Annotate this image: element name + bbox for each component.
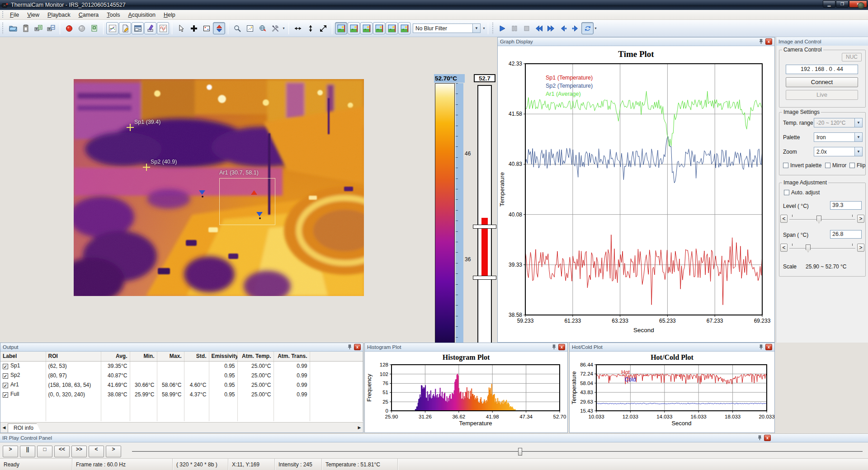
- playback-step-back-button[interactable]: <: [89, 446, 104, 457]
- paste-button[interactable]: [19, 22, 32, 34]
- export-excel-button[interactable]: [88, 22, 100, 34]
- add-area-button[interactable]: [200, 22, 212, 34]
- view-thumb-1-button[interactable]: [335, 22, 347, 34]
- span-increase-button[interactable]: >: [857, 244, 864, 252]
- measure-pen-button[interactable]: [144, 22, 156, 34]
- level-decrease-button[interactable]: <: [780, 215, 788, 223]
- table-row[interactable]: ✓Sp1(62, 53)39.35°C0.9525.00°C0.99: [0, 361, 363, 371]
- column-header-emissivity[interactable]: Emissivity: [209, 352, 237, 361]
- repeat-options-caret[interactable]: ▾: [594, 23, 598, 34]
- view-thumb-6-button[interactable]: [398, 22, 410, 34]
- tab-roi-info[interactable]: ROI info: [8, 423, 41, 432]
- menu-camera[interactable]: Camera: [75, 11, 103, 19]
- column-header-avg[interactable]: Avg.: [101, 352, 130, 361]
- fit-window-button[interactable]: [317, 22, 329, 34]
- menu-file[interactable]: File: [6, 11, 23, 19]
- close-icon[interactable]: x: [765, 38, 772, 45]
- tools-wrench-button[interactable]: [269, 22, 281, 34]
- zoom-dropdown[interactable]: 2.0x ▼: [814, 147, 863, 156]
- close-icon[interactable]: x: [765, 344, 772, 350]
- fit-width-button[interactable]: [292, 22, 304, 34]
- playback-play-button[interactable]: >: [3, 446, 18, 457]
- pause-button[interactable]: [508, 22, 520, 34]
- level-slider-thumb[interactable]: [816, 216, 821, 223]
- open-file-button[interactable]: [7, 22, 19, 34]
- blur-filter-dropdown[interactable]: No Blur Filter ▼: [413, 24, 481, 33]
- seek-back-button[interactable]: [533, 22, 545, 34]
- playback-grip[interactable]: [492, 23, 494, 34]
- range-handle-upper[interactable]: [473, 225, 496, 229]
- table-row[interactable]: ✓Ar1(158, 108, 63, 54)41.69°C30.66°C58.0…: [0, 380, 363, 390]
- view-thumb-4-button[interactable]: [373, 22, 385, 34]
- playback-step-forward-button[interactable]: >: [106, 446, 121, 457]
- graph-panel-button[interactable]: [106, 22, 118, 34]
- add-spot-button[interactable]: [188, 22, 200, 34]
- ip-address-field[interactable]: 192 . 168 . 0 . 44: [786, 65, 858, 74]
- auto-adjust-checkbox[interactable]: Auto. adjust: [784, 189, 820, 196]
- table-row[interactable]: ✓Sp2(80, 97)40.87°C0.9525.00°C0.99: [0, 371, 363, 380]
- record-stop-button[interactable]: [75, 22, 88, 34]
- column-header-label[interactable]: Label: [0, 352, 46, 361]
- view-thumb-3-button[interactable]: [360, 22, 373, 34]
- zoom-magnifier-button[interactable]: [231, 22, 243, 34]
- temp-range-dropdown[interactable]: -20 ~ 120°C ▼: [814, 118, 863, 127]
- play-button[interactable]: [496, 22, 508, 34]
- playback-pause-button[interactable]: ||: [20, 446, 35, 457]
- menu-playback[interactable]: Playback: [43, 11, 75, 19]
- pin-icon[interactable]: [551, 344, 557, 350]
- export-snapshot-button[interactable]: [45, 22, 57, 34]
- live-button[interactable]: Live: [786, 90, 858, 100]
- ar1-roi-rectangle[interactable]: [219, 178, 275, 225]
- close-icon[interactable]: x: [764, 435, 771, 441]
- pin-icon[interactable]: [756, 435, 763, 441]
- tools-options-caret[interactable]: ▾: [282, 23, 286, 34]
- column-header-roi[interactable]: ROI: [46, 352, 101, 361]
- column-header-atmtrans[interactable]: Atm. Trans.: [274, 352, 310, 361]
- playback-seek-forward-button[interactable]: >>: [71, 446, 87, 457]
- view-thumb-5-button[interactable]: [386, 22, 398, 34]
- level-field[interactable]: 39.3: [830, 201, 862, 210]
- menu-grip[interactable]: [2, 11, 4, 18]
- player-panel-button[interactable]: [132, 22, 144, 34]
- fit-height-button[interactable]: [304, 22, 316, 34]
- table-row[interactable]: ✓Full(0, 0, 320, 240)38.08°C25.99°C58.99…: [0, 390, 363, 399]
- nuc-button[interactable]: NUC: [842, 53, 862, 61]
- pin-icon[interactable]: [758, 38, 764, 45]
- palette-dropdown[interactable]: Iron ▼: [814, 132, 863, 142]
- range-handle-lower[interactable]: [473, 276, 496, 280]
- mirror-checkbox[interactable]: Mirror: [825, 162, 846, 169]
- menu-tools[interactable]: Tools: [103, 11, 124, 19]
- record-button[interactable]: [63, 22, 75, 34]
- span-field[interactable]: 26.8: [830, 230, 862, 239]
- column-header-atmtemp[interactable]: Atm. Temp.: [237, 352, 274, 361]
- close-icon[interactable]: x: [354, 344, 361, 350]
- menu-help[interactable]: Help: [160, 11, 179, 19]
- seek-forward-button[interactable]: [545, 22, 557, 34]
- column-header-max[interactable]: Max.: [157, 352, 184, 361]
- maximize-button[interactable]: ❐: [836, 0, 849, 8]
- row-checkbox[interactable]: ✓: [3, 373, 8, 379]
- row-checkbox[interactable]: ✓: [3, 364, 8, 369]
- hot-cold-marker-button[interactable]: [213, 22, 225, 34]
- close-icon[interactable]: x: [558, 344, 565, 350]
- level-slider[interactable]: [789, 214, 855, 224]
- step-back-button[interactable]: [557, 22, 569, 34]
- span-slider[interactable]: [789, 243, 855, 253]
- report-note-button[interactable]: [119, 22, 131, 34]
- row-checkbox[interactable]: ✓: [3, 383, 8, 388]
- playback-position-handle[interactable]: [518, 448, 522, 456]
- step-forward-button[interactable]: [569, 22, 581, 34]
- export-report-button[interactable]: [32, 22, 44, 34]
- wave-panel-button[interactable]: [157, 22, 169, 34]
- level-increase-button[interactable]: >: [857, 215, 864, 223]
- span-decrease-button[interactable]: <: [780, 244, 788, 252]
- stop-button[interactable]: [520, 22, 533, 34]
- repeat-button[interactable]: [581, 22, 594, 34]
- playback-seek-back-button[interactable]: <<: [54, 446, 70, 457]
- image-window-button[interactable]: [244, 22, 256, 34]
- toolbar-grip[interactable]: [2, 23, 4, 34]
- playback-position-track[interactable]: [132, 451, 863, 452]
- pin-icon[interactable]: [346, 344, 353, 350]
- playback-stop-button[interactable]: □: [37, 446, 52, 457]
- span-slider-thumb[interactable]: [806, 244, 811, 252]
